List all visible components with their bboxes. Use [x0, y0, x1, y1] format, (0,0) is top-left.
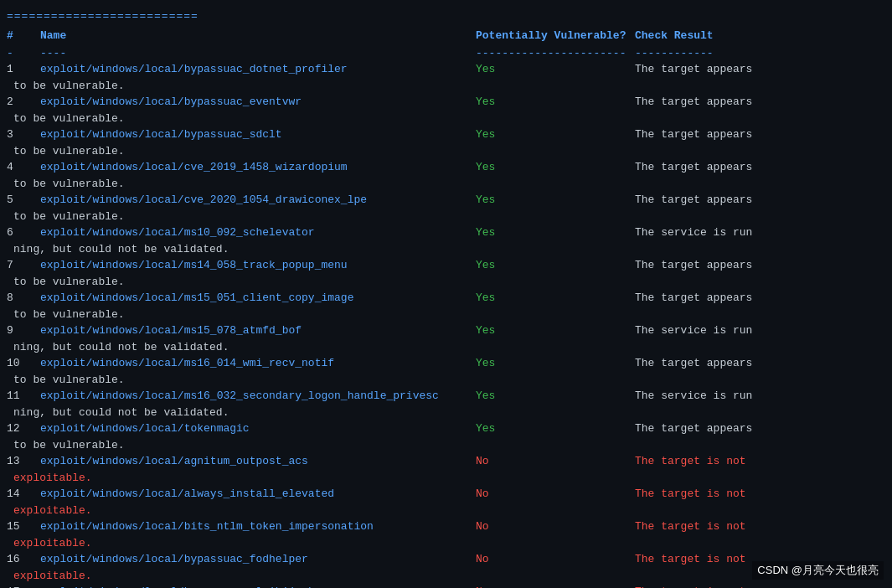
entry-name: exploit/windows/local/bypassuac_fodhelpe… [40, 551, 476, 568]
entry-number: 7 [7, 257, 40, 274]
entry-number: 6 [7, 224, 40, 241]
entry-vuln: No [476, 518, 635, 535]
entry-name: exploit/windows/local/ms14_058_track_pop… [40, 257, 476, 274]
table-row: 4 exploit/windows/local/cve_2019_1458_wi… [0, 159, 892, 192]
entry-name: exploit/windows/local/cve_2019_1458_wiza… [40, 159, 476, 176]
table-row: 10 exploit/windows/local/ms16_014_wmi_re… [0, 355, 892, 388]
entry-result: The service is run [635, 388, 885, 405]
table-row: 9 exploit/windows/local/ms15_078_atmfd_b… [0, 322, 892, 355]
entry-number: 10 [7, 355, 40, 372]
entry-vuln: Yes [476, 257, 635, 274]
entry-name: exploit/windows/local/tokenmagic [40, 420, 476, 437]
top-separator: ========================== [0, 7, 892, 26]
entry-continuation: exploitable. [7, 535, 885, 552]
entry-result: The target is not [635, 518, 885, 535]
entry-result: The target is not [635, 453, 885, 470]
entry-vuln: Yes [476, 388, 635, 405]
table-row: 8 exploit/windows/local/ms15_051_client_… [0, 290, 892, 322]
entry-result: The target is not [635, 486, 885, 503]
entry-name: exploit/windows/local/always_install_ele… [40, 486, 476, 503]
entry-continuation: ning, but could not be validated. [7, 405, 885, 421]
entry-result: The target appears [635, 355, 885, 372]
entry-result: The target appears [635, 257, 885, 274]
entry-vuln: No [476, 486, 635, 503]
entry-continuation: to be vulnerable. [7, 274, 885, 291]
entry-name: exploit/windows/local/bypassuac_eventvwr [40, 94, 476, 111]
entry-vuln: Yes [476, 159, 635, 176]
entry-name: exploit/windows/local/ms10_092_schelevat… [40, 224, 476, 241]
entry-result: The target appears [635, 126, 885, 143]
entry-vuln: Yes [476, 94, 635, 111]
entry-result: The target appears [635, 192, 885, 209]
entry-continuation: ning, but could not be validated. [7, 339, 885, 356]
watermark: CSDN @月亮今天也很亮 [752, 561, 884, 580]
entry-number: 13 [7, 453, 40, 470]
entry-result: The service is run [635, 224, 885, 241]
entry-vuln: Yes [476, 61, 635, 78]
table-row: 12 exploit/windows/local/tokenmagicYesTh… [0, 420, 892, 453]
table-row: 2 exploit/windows/local/bypassuac_eventv… [0, 94, 892, 126]
entry-continuation: to be vulnerable. [7, 143, 885, 160]
entry-name: exploit/windows/local/ms15_051_client_co… [40, 290, 476, 307]
entry-continuation: exploitable. [7, 503, 885, 519]
table-row: 14 exploit/windows/local/always_install_… [0, 486, 892, 518]
entry-vuln: Yes [476, 224, 635, 241]
entry-continuation: exploitable. [7, 470, 885, 487]
entry-continuation: ning, but could not be validated. [7, 241, 885, 258]
column-headers: # Name Potentially Vulnerable? Check Res… [0, 26, 892, 45]
entry-number: 15 [7, 518, 40, 535]
table-row: 5 exploit/windows/local/cve_2020_1054_dr… [0, 192, 892, 224]
entry-name: exploit/windows/local/bits_ntlm_token_im… [40, 518, 476, 535]
entry-continuation: to be vulnerable. [7, 307, 885, 323]
entry-name: exploit/windows/local/bypassuac_sdclt [40, 126, 476, 143]
table-row: 3 exploit/windows/local/bypassuac_sdcltY… [0, 126, 892, 159]
entry-result: The service is run [635, 322, 885, 339]
entry-number: 9 [7, 322, 40, 339]
entry-continuation: to be vulnerable. [7, 111, 885, 127]
entry-continuation: to be vulnerable. [7, 372, 885, 389]
entry-vuln: No [476, 551, 635, 568]
col-header-vuln: Potentially Vulnerable? [476, 29, 635, 42]
entry-result: The target appears [635, 159, 885, 176]
table-row: 7 exploit/windows/local/ms14_058_track_p… [0, 257, 892, 290]
col-header-name: Name [40, 29, 476, 42]
entry-number: 1 [7, 61, 40, 78]
entry-vuln: Yes [476, 420, 635, 437]
entry-vuln: No [476, 453, 635, 470]
entry-result: The target appears [635, 290, 885, 307]
col-header-num: # [7, 29, 40, 42]
entries-list: 1 exploit/windows/local/bypassuac_dotnet… [0, 61, 892, 588]
entry-vuln: Yes [476, 322, 635, 339]
table-row: 15 exploit/windows/local/bits_ntlm_token… [0, 518, 892, 551]
entry-number: 5 [7, 192, 40, 209]
entry-name: exploit/windows/local/ms15_078_atmfd_bof [40, 322, 476, 339]
entry-number: 17 [7, 584, 40, 588]
entry-name: exploit/windows/local/bypassuac_sluihija… [40, 584, 476, 588]
entry-continuation: to be vulnerable. [7, 437, 885, 454]
table-row: 13 exploit/windows/local/agnitum_outpost… [0, 453, 892, 486]
col-header-result: Check Result [635, 29, 885, 42]
entry-vuln: No [476, 584, 635, 588]
entry-number: 3 [7, 126, 40, 143]
entry-continuation: to be vulnerable. [7, 176, 885, 193]
entry-result: The target appears [635, 94, 885, 111]
entry-number: 4 [7, 159, 40, 176]
entry-number: 12 [7, 420, 40, 437]
entry-number: 8 [7, 290, 40, 307]
entry-result: The target appears [635, 420, 885, 437]
entry-name: exploit/windows/local/cve_2020_1054_draw… [40, 192, 476, 209]
entry-result: The target is not [635, 584, 885, 588]
table-row: 1 exploit/windows/local/bypassuac_dotnet… [0, 61, 892, 94]
entry-number: 14 [7, 486, 40, 503]
entry-number: 2 [7, 94, 40, 111]
terminal-window: ========================== # Name Potent… [0, 0, 892, 588]
entry-continuation: to be vulnerable. [7, 209, 885, 225]
entry-name: exploit/windows/local/ms16_032_secondary… [40, 388, 476, 405]
entry-vuln: Yes [476, 355, 635, 372]
entry-result: The target appears [635, 61, 885, 78]
entry-continuation: to be vulnerable. [7, 78, 885, 95]
entry-vuln: Yes [476, 290, 635, 307]
entry-number: 11 [7, 388, 40, 405]
table-row: 11 exploit/windows/local/ms16_032_second… [0, 388, 892, 420]
entry-name: exploit/windows/local/ms16_014_wmi_recv_… [40, 355, 476, 372]
